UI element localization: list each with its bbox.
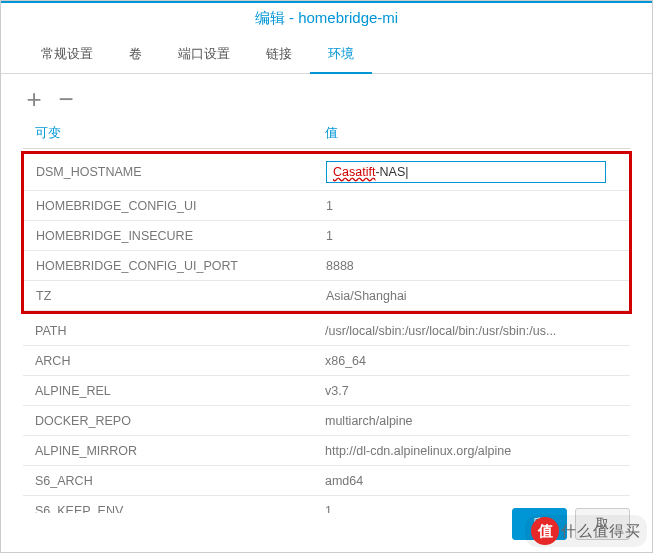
- env-key[interactable]: HOMEBRIDGE_CONFIG_UI_PORT: [32, 259, 322, 273]
- watermark-text: 什么值得买: [561, 522, 641, 541]
- env-key[interactable]: DOCKER_REPO: [31, 414, 321, 428]
- env-value[interactable]: v3.7: [321, 384, 622, 398]
- table-row[interactable]: HOMEBRIDGE_CONFIG_UI_PORT 8888: [24, 251, 629, 281]
- table-header: 可变 值: [23, 118, 630, 149]
- table-row[interactable]: S6_ARCH amd64: [23, 466, 630, 496]
- env-value[interactable]: 1: [322, 229, 621, 243]
- env-key[interactable]: ALPINE_REL: [31, 384, 321, 398]
- env-key[interactable]: TZ: [32, 289, 322, 303]
- env-value[interactable]: /usr/local/sbin:/usr/local/bin:/usr/sbin…: [321, 324, 622, 338]
- env-key[interactable]: PATH: [31, 324, 321, 338]
- header-value[interactable]: 值: [321, 124, 622, 142]
- env-value[interactable]: multiarch/alpine: [321, 414, 622, 428]
- watermark: 值 什么值得买: [525, 515, 647, 547]
- table-row[interactable]: HOMEBRIDGE_CONFIG_UI 1: [24, 191, 629, 221]
- env-key[interactable]: ALPINE_MIRROR: [31, 444, 321, 458]
- env-value[interactable]: 8888: [322, 259, 621, 273]
- env-key[interactable]: S6_KEEP_ENV: [31, 504, 321, 514]
- env-value[interactable]: Asia/Shanghai: [322, 289, 621, 303]
- env-value-editing[interactable]: Casatift-NAS|: [322, 161, 621, 183]
- table-row[interactable]: PATH /usr/local/sbin:/usr/local/bin:/usr…: [23, 316, 630, 346]
- edit-dialog: 编辑 - homebridge-mi 常规设置 卷 端口设置 链接 环境 + −…: [0, 0, 653, 553]
- dialog-title: 编辑 - homebridge-mi: [255, 9, 398, 26]
- watermark-icon: 值: [531, 517, 559, 545]
- env-key[interactable]: S6_ARCH: [31, 474, 321, 488]
- title-bar: 编辑 - homebridge-mi: [1, 1, 652, 36]
- tab-links[interactable]: 链接: [248, 36, 310, 74]
- table-row[interactable]: TZ Asia/Shanghai: [24, 281, 629, 311]
- table-row[interactable]: ALPINE_MIRROR http://dl-cdn.alpinelinux.…: [23, 436, 630, 466]
- env-key[interactable]: HOMEBRIDGE_INSECURE: [32, 229, 322, 243]
- env-key[interactable]: HOMEBRIDGE_CONFIG_UI: [32, 199, 322, 213]
- env-key[interactable]: ARCH: [31, 354, 321, 368]
- tab-volume[interactable]: 卷: [111, 36, 160, 74]
- env-key[interactable]: DSM_HOSTNAME: [32, 165, 322, 179]
- env-value[interactable]: amd64: [321, 474, 622, 488]
- toolbar: + −: [1, 74, 652, 118]
- table-row[interactable]: HOMEBRIDGE_INSECURE 1: [24, 221, 629, 251]
- table-row[interactable]: DSM_HOSTNAME Casatift-NAS|: [24, 154, 629, 191]
- value-input[interactable]: Casatift-NAS|: [326, 161, 606, 183]
- tab-port[interactable]: 端口设置: [160, 36, 248, 74]
- highlight-annotation: DSM_HOSTNAME Casatift-NAS| HOMEBRIDGE_CO…: [21, 151, 632, 314]
- tab-env[interactable]: 环境: [310, 36, 372, 74]
- table-row[interactable]: ARCH x86_64: [23, 346, 630, 376]
- env-value[interactable]: http://dl-cdn.alpinelinux.org/alpine: [321, 444, 622, 458]
- tab-general[interactable]: 常规设置: [23, 36, 111, 74]
- header-key[interactable]: 可变: [31, 124, 321, 142]
- env-table: 可变 值 DSM_HOSTNAME Casatift-NAS| HOMEBRID…: [1, 118, 652, 513]
- add-button[interactable]: +: [23, 86, 45, 112]
- tabs: 常规设置 卷 端口设置 链接 环境: [1, 36, 652, 74]
- env-value[interactable]: x86_64: [321, 354, 622, 368]
- remove-button[interactable]: −: [55, 86, 77, 112]
- table-row[interactable]: ALPINE_REL v3.7: [23, 376, 630, 406]
- env-value[interactable]: 1: [322, 199, 621, 213]
- table-row[interactable]: DOCKER_REPO multiarch/alpine: [23, 406, 630, 436]
